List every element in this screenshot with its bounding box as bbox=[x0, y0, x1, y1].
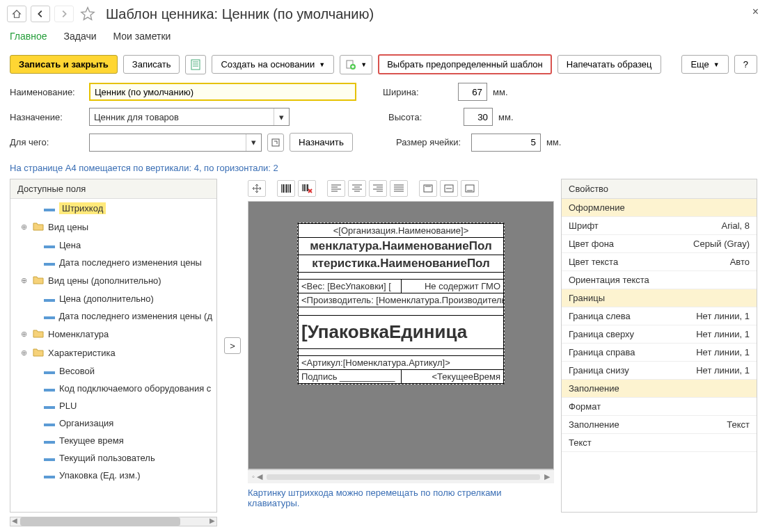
expand-icon[interactable]: ⊕ bbox=[19, 330, 29, 339]
close-button[interactable]: × bbox=[752, 6, 759, 18]
align-justify-icon[interactable] bbox=[390, 180, 408, 197]
valign-middle-icon[interactable] bbox=[440, 180, 458, 197]
select-predefined-template-button[interactable]: Выбрать предопределенный шаблон bbox=[378, 54, 552, 74]
height-input[interactable] bbox=[464, 108, 493, 126]
canvas-cell-empty2[interactable] bbox=[298, 307, 504, 316]
tree-item[interactable]: Организация bbox=[10, 414, 216, 432]
tab-main[interactable]: Главное bbox=[10, 28, 47, 45]
barcode-icon[interactable] bbox=[277, 180, 295, 197]
tree-item[interactable]: Дата последнего изменения цены (д bbox=[10, 307, 216, 325]
svg-rect-11 bbox=[288, 184, 289, 193]
list-icon-button[interactable] bbox=[185, 55, 206, 74]
canvas-hint: Картинку штрихкода можно перемещать по п… bbox=[248, 483, 554, 513]
save-and-close-button[interactable]: Записать и закрыть bbox=[10, 55, 118, 74]
expand-icon[interactable]: ⊕ bbox=[19, 276, 29, 285]
svg-rect-16 bbox=[307, 184, 308, 191]
tree-item[interactable]: ⊕Вид цены bbox=[10, 218, 216, 236]
tree-item[interactable]: Дата последнего изменения цены bbox=[10, 254, 216, 271]
property-row[interactable]: Цвет текстаАвто bbox=[562, 253, 757, 271]
align-left-icon[interactable] bbox=[327, 180, 345, 197]
property-value: Нет линии, 1 bbox=[696, 365, 750, 376]
cellsize-input[interactable] bbox=[471, 134, 541, 152]
canvas-cell-gmo[interactable]: Не содержит ГМО bbox=[402, 280, 505, 293]
template-canvas[interactable]: <[Организация.Наименование]> менклатура.… bbox=[297, 223, 505, 385]
tree-item[interactable]: Цена bbox=[10, 236, 216, 254]
property-name: Граница справа bbox=[569, 347, 696, 357]
more-button[interactable]: Еще▼ bbox=[681, 55, 728, 74]
template-canvas-area[interactable]: <[Организация.Наименование]> менклатура.… bbox=[248, 201, 554, 469]
property-row[interactable]: Ориентация текста bbox=[562, 271, 757, 289]
chevron-down-icon[interactable]: ▾ bbox=[246, 134, 261, 151]
move-icon[interactable] bbox=[248, 180, 266, 197]
canvas-cell-time[interactable]: <ТекущееВремя bbox=[402, 370, 505, 384]
align-center-icon[interactable] bbox=[348, 180, 366, 197]
tree-item[interactable]: Весовой bbox=[10, 362, 216, 380]
available-fields-panel: Доступные поля Штрихкод⊕Вид ценыЦенаДата… bbox=[10, 179, 217, 513]
tree-item-label: Текущий пользователь bbox=[59, 453, 155, 463]
valign-bottom-icon[interactable] bbox=[461, 180, 479, 197]
back-button[interactable] bbox=[31, 6, 50, 22]
tree-item[interactable]: Код подключаемого оборудования с bbox=[10, 380, 216, 397]
width-input[interactable] bbox=[458, 83, 487, 101]
canvas-cell-empty1[interactable] bbox=[298, 273, 504, 280]
canvas-cell-org[interactable]: <[Организация.Наименование]> bbox=[298, 223, 504, 238]
property-row[interactable]: Формат bbox=[562, 398, 757, 416]
tree-item[interactable]: Цена (дополнительно) bbox=[10, 290, 216, 307]
property-row[interactable]: Граница сверхуНет линии, 1 bbox=[562, 325, 757, 344]
page-fit-info[interactable]: На странице А4 помещается по вертикали: … bbox=[0, 161, 767, 179]
tree-item[interactable]: ⊕Вид цены (дополнительно) bbox=[10, 271, 216, 290]
open-button[interactable] bbox=[267, 134, 284, 152]
chevron-down-icon[interactable]: ▾ bbox=[274, 108, 289, 125]
property-name: Цвет фона bbox=[569, 239, 693, 249]
favorite-star-icon[interactable] bbox=[78, 4, 97, 24]
tab-tasks[interactable]: Задачи bbox=[64, 28, 97, 45]
for-select[interactable]: ▾ bbox=[89, 134, 262, 152]
canvas-cell-maker[interactable]: <Производитель: [Номенклатура.Производит… bbox=[298, 293, 504, 307]
tree-item[interactable]: Текущее время bbox=[10, 432, 216, 449]
name-input[interactable] bbox=[89, 83, 356, 101]
attachment-button[interactable]: ▼ bbox=[340, 55, 372, 74]
canvas-scrollbar[interactable]: ◦ ◀ ▶ bbox=[248, 469, 554, 483]
tree-item[interactable]: PLU bbox=[10, 397, 216, 414]
tree-item-label: Дата последнего изменения цены bbox=[59, 257, 202, 268]
help-button[interactable]: ? bbox=[734, 55, 757, 74]
align-right-icon[interactable] bbox=[369, 180, 387, 197]
property-row[interactable]: Граница слеваНет линии, 1 bbox=[562, 307, 757, 325]
canvas-cell-sign[interactable]: Подпись ___________ bbox=[298, 370, 402, 384]
save-button[interactable]: Записать bbox=[123, 55, 180, 74]
properties-list[interactable]: ОформлениеШрифтArial, 8Цвет фонаСерый (G… bbox=[562, 199, 757, 512]
tree-item-label: Номенклатура bbox=[48, 329, 109, 339]
barcode-delete-icon[interactable] bbox=[298, 180, 316, 197]
canvas-cell-article[interactable]: <Артикул:[Номенклатура.Артикул]> bbox=[298, 356, 504, 370]
property-row[interactable]: Граница справаНет линии, 1 bbox=[562, 344, 757, 362]
tab-notes[interactable]: Мои заметки bbox=[113, 28, 171, 45]
forward-button[interactable] bbox=[54, 6, 74, 22]
property-row[interactable]: Текст bbox=[562, 434, 757, 452]
purpose-select[interactable]: Ценник для товаров ▾ bbox=[89, 108, 290, 126]
valign-top-icon[interactable] bbox=[419, 180, 437, 197]
expand-icon[interactable]: ⊕ bbox=[19, 348, 29, 357]
home-button[interactable] bbox=[7, 6, 26, 22]
insert-field-button[interactable]: > bbox=[224, 337, 241, 354]
canvas-cell-nom2[interactable]: ктеристика.НаименованиеПол bbox=[298, 255, 504, 273]
create-based-on-button[interactable]: Создать на основании▼ bbox=[212, 55, 334, 74]
assign-button[interactable]: Назначить bbox=[290, 133, 353, 152]
left-panel-scrollbar[interactable]: ◀ ▶ bbox=[10, 517, 217, 526]
property-row[interactable]: Цвет фонаСерый (Gray) bbox=[562, 235, 757, 253]
expand-icon[interactable]: ⊕ bbox=[19, 223, 29, 232]
property-row[interactable]: ЗаполнениеТекст bbox=[562, 416, 757, 434]
folder-icon bbox=[33, 347, 44, 359]
tree-item[interactable]: Упаковка (Ед. изм.) bbox=[10, 467, 216, 484]
fields-tree[interactable]: Штрихкод⊕Вид ценыЦенаДата последнего изм… bbox=[10, 199, 216, 512]
canvas-cell-nom1[interactable]: менклатура.НаименованиеПол bbox=[298, 238, 504, 255]
canvas-cell-weight[interactable]: <Вес: [ВесУпаковки] [ bbox=[298, 280, 402, 293]
tree-item[interactable]: ⊕Характеристика bbox=[10, 344, 216, 362]
property-row[interactable]: Граница снизуНет линии, 1 bbox=[562, 362, 757, 380]
property-row[interactable]: ШрифтArial, 8 bbox=[562, 217, 757, 235]
canvas-cell-empty3[interactable] bbox=[298, 349, 504, 356]
canvas-cell-pack[interactable]: [УпаковкаЕдиница bbox=[298, 316, 504, 349]
tree-item[interactable]: Штрихкод bbox=[10, 199, 216, 218]
print-sample-button[interactable]: Напечатать образец bbox=[558, 55, 661, 74]
tree-item[interactable]: Текущий пользователь bbox=[10, 449, 216, 467]
tree-item[interactable]: ⊕Номенклатура bbox=[10, 325, 216, 344]
